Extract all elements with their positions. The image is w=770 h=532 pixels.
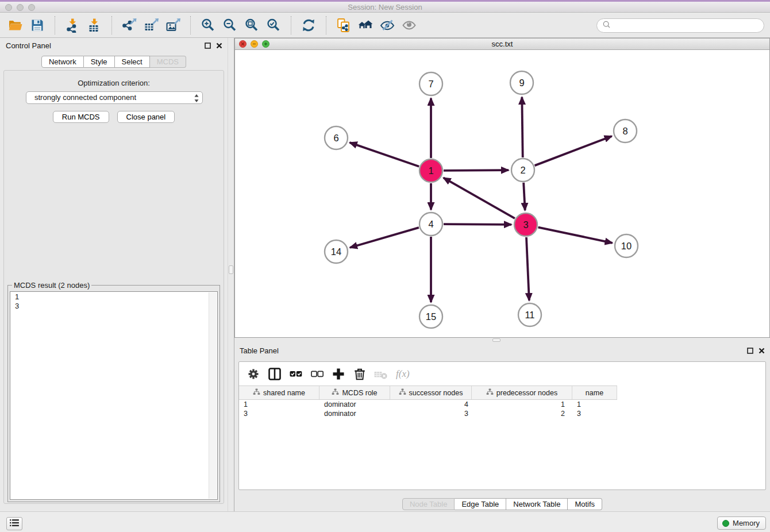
zoom-out-icon[interactable] [222,18,237,33]
table-cell[interactable]: 2 [472,409,572,418]
close-panel-button[interactable]: Close panel [117,111,175,123]
graph-edge-2-3[interactable] [523,183,525,210]
duplicate-network-icon[interactable] [336,18,351,33]
result-scrollbar[interactable] [209,292,217,499]
horizontal-splitter[interactable] [234,338,770,343]
graph-edge-4-14[interactable] [350,228,419,248]
network-home-icon[interactable] [358,18,373,33]
graph-edge-1-6[interactable] [350,142,419,167]
select-all-checkboxes-icon[interactable] [288,367,303,381]
table-row[interactable]: 3dominator323 [239,409,765,418]
import-network-icon[interactable] [65,18,80,33]
deselect-all-checkboxes-icon[interactable] [310,367,325,381]
export-image-icon[interactable] [165,18,180,33]
table-cell[interactable]: 3 [572,409,617,418]
main-toolbar [0,13,770,38]
tab-node-table[interactable]: Node Table [402,498,455,510]
graph-node-6[interactable]: 6 [325,126,348,149]
graph-node-7[interactable]: 7 [419,72,442,95]
graph-edge-3-11[interactable] [526,237,529,300]
toggle-style-eye-icon[interactable] [380,18,395,33]
zoom-selected-icon[interactable] [266,18,281,33]
graph-edge-2-8[interactable] [535,136,612,165]
graph-edge-3-10[interactable] [538,228,613,243]
tab-select[interactable]: Select [115,56,150,68]
column-header-shared-name[interactable]: shared name [239,386,319,399]
column-header-name[interactable]: name [572,386,617,399]
graph-node-2[interactable]: 2 [511,159,534,182]
table-tabs: Node TableEdge TableNetwork TableMotifs [234,498,770,510]
graph-edge-3-1[interactable] [444,178,515,218]
float-panel-icon[interactable] [746,347,754,354]
memory-button[interactable]: Memory [717,516,766,530]
control-panel-title: Control Panel [6,41,51,50]
table-cell[interactable]: 3 [239,409,319,418]
tab-motifs[interactable]: Motifs [568,498,602,510]
column-settings-gear-icon[interactable] [246,367,261,381]
tab-style[interactable]: Style [84,56,115,68]
graph-node-15[interactable]: 15 [419,305,442,328]
tab-network[interactable]: Network [41,56,84,68]
delete-icon[interactable] [352,367,367,381]
save-session-icon[interactable] [30,18,45,33]
tab-edge-table[interactable]: Edge Table [455,498,506,510]
split-view-icon[interactable] [267,367,282,381]
horizontal-splitter-grip[interactable] [492,338,500,342]
graph-node-14[interactable]: 14 [325,240,348,263]
vertical-splitter[interactable] [228,38,234,511]
table-cell[interactable]: 3 [390,409,472,418]
network-window-titlebar[interactable]: scc.txt [235,38,769,50]
search-input[interactable] [611,21,764,30]
zoom-fit-icon[interactable] [244,18,259,33]
network-window-title: scc.txt [235,38,769,49]
search-box[interactable] [596,18,764,33]
table-cell[interactable]: 1 [472,400,572,409]
task-history-button[interactable] [6,517,22,530]
export-table-icon[interactable] [144,18,159,33]
import-table-icon[interactable] [87,18,102,33]
network-canvas[interactable]: 7968124314101511 [235,50,769,337]
graph-edge-1-2[interactable] [444,170,509,171]
network-graph[interactable]: 7968124314101511 [235,50,769,337]
apply-layout-icon[interactable] [301,18,316,33]
graph-node-4[interactable]: 4 [419,213,442,236]
graph-node-10[interactable]: 10 [615,234,638,257]
graph-node-3[interactable]: 3 [514,213,537,236]
table-cell[interactable]: 1 [239,400,319,409]
graph-edge-2-9[interactable] [522,97,522,157]
network-close-button[interactable] [239,40,247,48]
export-network-icon[interactable] [122,18,137,33]
zoom-in-icon[interactable] [201,18,215,33]
graph-node-1[interactable]: 1 [419,159,442,182]
close-panel-icon[interactable] [758,347,765,354]
column-header-successor-nodes[interactable]: successor nodes [390,386,472,399]
graph-edge-4-3[interactable] [444,224,511,225]
tab-mcds[interactable]: MCDS [150,56,186,68]
float-panel-icon[interactable] [204,42,211,49]
table-row[interactable]: 1dominator411 [239,400,765,409]
graph-node-8[interactable]: 8 [614,119,637,142]
mcds-result-title: MCDS result (2 nodes) [12,281,91,290]
column-header-predecessor-nodes[interactable]: predecessor nodes [472,386,572,399]
add-icon[interactable] [331,367,346,381]
table-cell[interactable]: 1 [572,400,617,409]
table-cell[interactable]: dominator [319,409,390,418]
tab-network-table[interactable]: Network Table [506,498,568,510]
graph-node-label: 1 [428,165,433,176]
show-details-eye-icon[interactable] [402,18,417,33]
table-cell[interactable]: 4 [390,400,472,409]
vertical-splitter-grip[interactable] [229,265,233,274]
open-file-icon[interactable] [8,18,23,33]
table-panel-title: Table Panel [240,346,279,355]
optimization-criterion-select[interactable]: strongly connected component [26,91,203,104]
column-header-label: successor nodes [409,389,463,397]
mcds-result-list[interactable]: 13 [10,291,218,500]
run-mcds-button[interactable]: Run MCDS [53,111,109,123]
graph-node-11[interactable]: 11 [518,303,541,326]
column-header-MCDS-role[interactable]: MCDS role [319,386,390,399]
graph-node-9[interactable]: 9 [510,71,533,94]
network-minimize-button[interactable] [251,40,258,48]
table-cell[interactable]: dominator [319,400,390,409]
network-maximize-button[interactable] [262,40,270,48]
close-panel-icon[interactable] [215,42,223,49]
